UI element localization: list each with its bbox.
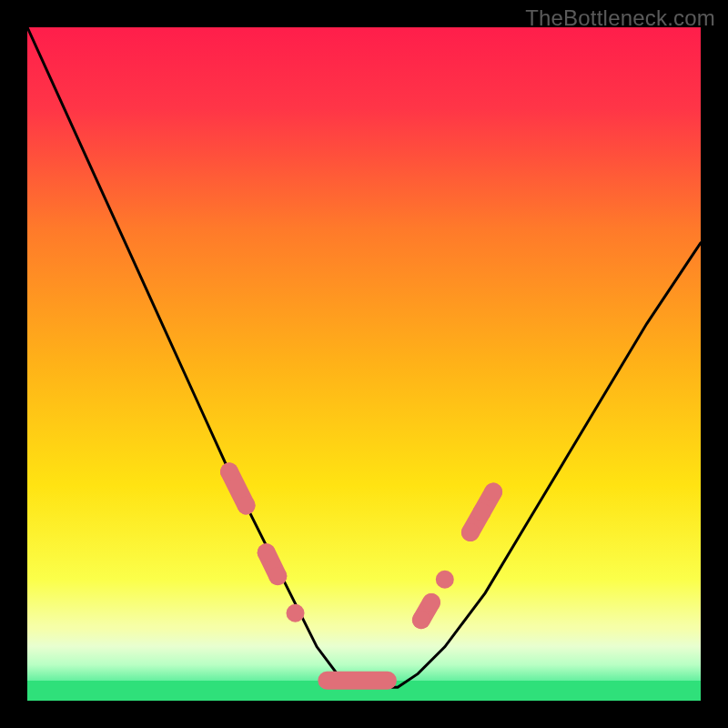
left-dot-5 xyxy=(287,604,305,622)
left-dot-3 xyxy=(258,543,276,561)
right-dot-2 xyxy=(422,593,440,612)
left-dot-2 xyxy=(238,496,256,514)
right-dot-1 xyxy=(412,611,430,629)
chart-frame: TheBottleneck.com xyxy=(0,0,728,728)
right-dot-5 xyxy=(473,503,491,521)
chart-overlay xyxy=(27,27,701,701)
plot-area xyxy=(27,27,701,701)
bottleneck-curve xyxy=(27,27,701,687)
marker-dot-layer xyxy=(220,462,502,629)
watermark-text: TheBottleneck.com xyxy=(525,5,715,31)
left-dot-4 xyxy=(268,567,287,585)
left-dot-1 xyxy=(220,462,238,480)
right-dot-3 xyxy=(436,571,454,589)
bottleneck-curve-path xyxy=(27,27,701,687)
right-dot-4 xyxy=(461,523,480,541)
right-dot-6 xyxy=(484,483,502,501)
